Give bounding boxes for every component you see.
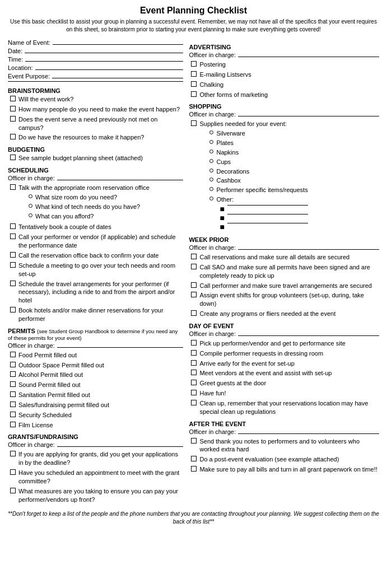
name-underline bbox=[53, 44, 184, 45]
checkbox-icon bbox=[10, 371, 16, 377]
list-item: Sound Permit filled out bbox=[10, 381, 183, 389]
checkbox-icon bbox=[10, 96, 16, 101]
list-item: What can you afford? bbox=[29, 212, 150, 221]
list-item: Cashbox bbox=[209, 176, 307, 185]
list-item: Have you scheduled an appointment to mee… bbox=[10, 469, 183, 486]
intro-text: Use this basic checklist to assist your … bbox=[8, 18, 379, 34]
checkbox-icon bbox=[10, 106, 16, 111]
list-item: How many people do you need to make the … bbox=[10, 105, 183, 114]
list-item: Sanitation Permit filled out bbox=[10, 391, 183, 399]
grants-list: If you are applying for grants, did you … bbox=[8, 450, 183, 503]
other-line-1: ■ bbox=[209, 205, 307, 213]
list-item: Other: bbox=[209, 195, 307, 204]
bullet-dot-icon: ■ bbox=[220, 205, 224, 213]
name-label: Name of Event: bbox=[8, 39, 50, 46]
checkbox-icon bbox=[10, 134, 16, 139]
budgeting-list: See sample budget planning sheet (attach… bbox=[8, 154, 183, 162]
list-item: Schedule a meeting to go over your tech … bbox=[10, 262, 183, 278]
shopping-list: Supplies needed for your event: Silverwa… bbox=[189, 120, 379, 232]
checkbox-icon bbox=[191, 61, 197, 67]
list-item: Book hotels and/or make dinner reservati… bbox=[10, 306, 183, 323]
list-item: Silverware bbox=[209, 129, 307, 138]
list-item: Cups bbox=[209, 158, 307, 166]
checkbox-icon bbox=[10, 469, 16, 475]
checkbox-icon bbox=[10, 234, 16, 239]
list-item: E-mailing Listservs bbox=[191, 71, 379, 79]
circle-bullet-icon bbox=[209, 197, 213, 200]
grants-section: GRANTS/FUNDRAISING Officer in charge: If… bbox=[8, 433, 183, 503]
budgeting-title: BUDGETING bbox=[8, 146, 183, 153]
checkbox-icon bbox=[10, 116, 16, 122]
checkbox-icon bbox=[10, 451, 16, 456]
other-underline-1 bbox=[227, 205, 308, 206]
list-item: Call your performer or vendor (if applic… bbox=[10, 233, 183, 250]
list-item: Schedule the travel arrangements for you… bbox=[10, 280, 183, 305]
advertising-officer-label: Officer in charge: bbox=[189, 52, 236, 58]
page-title: Event Planning Checklist bbox=[8, 6, 379, 16]
permits-officer-label: Officer in charge: bbox=[8, 342, 55, 349]
list-item: What size room do you need? bbox=[29, 193, 150, 202]
checkbox-icon bbox=[191, 81, 197, 87]
scheduling-title: SCHEDULING bbox=[8, 167, 183, 174]
list-item: Make sure to pay all bills and turn in a… bbox=[191, 465, 379, 474]
list-item: Meet vendors at the event and assist wit… bbox=[191, 369, 379, 377]
list-item: Tentatively book a couple of dates bbox=[10, 223, 183, 231]
circle-bullet-icon bbox=[209, 187, 213, 191]
checkbox-icon bbox=[191, 292, 197, 297]
checkbox-icon bbox=[191, 370, 197, 375]
checkbox-icon bbox=[191, 466, 197, 472]
list-item: Talk with the appropriate room reservati… bbox=[10, 184, 183, 221]
time-label: Time: bbox=[8, 56, 23, 63]
date-label: Date: bbox=[8, 48, 22, 54]
scheduling-section: SCHEDULING Officer in charge: Talk with … bbox=[8, 167, 183, 323]
list-item: Arrive early for the event for set-up bbox=[191, 360, 379, 368]
shopping-title: SHOPPING bbox=[189, 103, 379, 110]
checkbox-icon bbox=[191, 380, 197, 385]
list-item: What kind of tech needs do you have? bbox=[29, 203, 150, 211]
list-item: See sample budget planning sheet (attach… bbox=[10, 154, 183, 162]
list-item: Assign event shifts for group volunteers… bbox=[191, 291, 379, 308]
advertising-title: ADVERTISING bbox=[189, 44, 379, 50]
scheduling-officer-label: Officer in charge: bbox=[8, 175, 55, 181]
shopping-section: SHOPPING Officer in charge: Supplies nee… bbox=[189, 103, 379, 232]
circle-bullet-icon bbox=[29, 213, 32, 217]
day-of-title: DAY OF EVENT bbox=[189, 323, 379, 329]
list-item: Decorations bbox=[209, 167, 307, 176]
circle-bullet-icon bbox=[209, 140, 213, 144]
permits-section: PERMITS (see Student Group Handbook to d… bbox=[8, 328, 183, 430]
advertising-list: Postering E-mailing Listservs Chalking O… bbox=[189, 60, 379, 99]
checkbox-icon bbox=[10, 391, 16, 397]
week-prior-section: WEEK PRIOR Officer in charge: Call reser… bbox=[189, 236, 379, 318]
brainstorming-list: Will the event work? How many people do … bbox=[8, 95, 183, 142]
permits-officer-underline bbox=[57, 347, 184, 348]
checkbox-icon bbox=[10, 155, 16, 160]
permits-list: Food Permit filled out Outdoor Space Per… bbox=[8, 351, 183, 430]
checkbox-icon bbox=[10, 184, 16, 190]
day-of-officer-label: Officer in charge: bbox=[189, 330, 236, 337]
list-item: Send thank you notes to performers and t… bbox=[191, 437, 379, 454]
location-underline bbox=[35, 69, 184, 70]
list-item: Greet guests at the door bbox=[191, 379, 379, 388]
checkbox-icon bbox=[191, 91, 197, 97]
brainstorming-title: BRAINSTORMING bbox=[8, 87, 183, 94]
time-underline bbox=[25, 61, 183, 62]
purpose-underline bbox=[52, 78, 183, 78]
checkbox-icon bbox=[10, 223, 16, 229]
circle-bullet-icon bbox=[209, 178, 213, 181]
grants-title: GRANTS/FUNDRAISING bbox=[8, 433, 183, 440]
list-item: Outdoor Space Permit filled out bbox=[10, 361, 183, 370]
list-item: Plates bbox=[209, 139, 307, 147]
checkbox-icon bbox=[191, 456, 197, 461]
checkbox-icon bbox=[10, 281, 16, 286]
checkbox-icon bbox=[191, 310, 197, 316]
checkbox-icon bbox=[191, 360, 197, 366]
list-item: Supplies needed for your event: Silverwa… bbox=[191, 120, 379, 232]
checkbox-icon bbox=[191, 438, 197, 444]
permits-title: PERMITS (see Student Group Handbook to d… bbox=[8, 328, 183, 341]
other-underline-3 bbox=[227, 223, 308, 223]
after-event-section: AFTER THE EVENT Officer in charge: Send … bbox=[189, 421, 379, 474]
purpose-underline2 bbox=[8, 81, 183, 82]
list-item: Other forms of marketing bbox=[191, 91, 379, 99]
checkbox-icon bbox=[191, 120, 197, 126]
checkbox-icon bbox=[10, 307, 16, 312]
